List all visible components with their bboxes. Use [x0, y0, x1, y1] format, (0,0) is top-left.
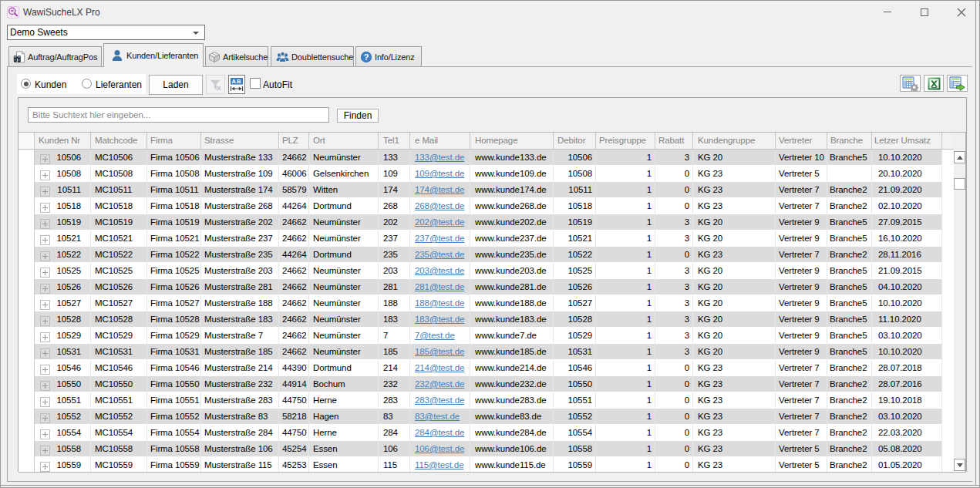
svg-text:?: ?	[364, 52, 369, 62]
svg-text:AB: AB	[232, 78, 242, 85]
